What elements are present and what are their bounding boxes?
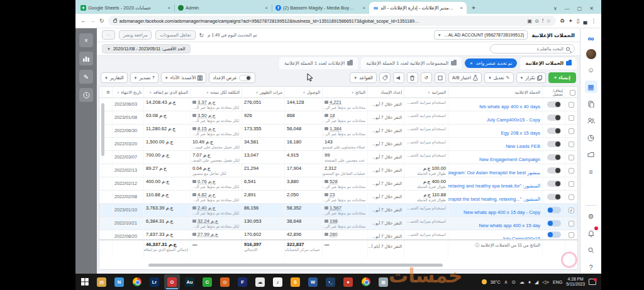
browser-tab[interactable]: ∞مدير الإعلانات - إدارة الإعلانات - الد…… [369, 2, 467, 14]
start-button[interactable] [78, 275, 92, 289]
audiences-icon[interactable] [585, 114, 597, 127]
campaign-toggle[interactable] [547, 194, 561, 200]
campaign-toggle[interactable] [547, 220, 561, 226]
export-button[interactable]: ⤒ تصدير ▼ [130, 72, 158, 83]
extension-a-icon[interactable]: ♻ [560, 18, 565, 24]
taskbar-file-explorer-icon[interactable]: ▤ [94, 274, 109, 289]
campaign-name-link[interactable]: المنشور: "a relaxing and healthy spa bre… [448, 183, 540, 189]
notifications-bell-icon[interactable] [585, 227, 597, 240]
date-range-picker[interactable]: الحد الأقصى: 2023/05/11 - 2020/11/08 ▼ [102, 44, 191, 53]
taskbar-filmora-icon[interactable]: F [235, 274, 250, 289]
taskbar-opera-icon[interactable]: O [164, 274, 180, 289]
cost-value[interactable]: 0.76 ج.م [192, 179, 240, 184]
taskbar-chrome-2-icon[interactable] [358, 274, 374, 289]
new-tab-button[interactable]: + [469, 4, 478, 13]
duplicate-button[interactable]: تكرار ▼ [516, 72, 546, 83]
setup-toggle-pill[interactable] [239, 75, 252, 81]
view-setup-toggle[interactable]: عرض الإعداد [209, 72, 255, 83]
campaign-toggle[interactable] [547, 231, 561, 238]
zoom-icon[interactable]: ⊝ [535, 18, 539, 24]
review-publish-button[interactable]: مراجعة ونشر [119, 30, 152, 40]
bookmark-star-icon[interactable]: ☆ [547, 18, 551, 24]
campaign-name-link[interactable]: New Engagement Campaign [479, 157, 540, 162]
campaign-toggle[interactable] [547, 154, 561, 160]
row-checkbox[interactable]: ✓ [569, 208, 574, 213]
tag-button[interactable] [379, 72, 391, 83]
share-icon[interactable]: ⤴ [541, 18, 544, 24]
tab-close-icon[interactable]: × [167, 5, 170, 11]
maximize-icon[interactable]: ▢ [577, 6, 582, 11]
settings-gear-icon[interactable]: ⚙ [585, 210, 597, 223]
cost-value[interactable]: 32.24 ج.م [192, 218, 240, 224]
taskbar-recorder-icon[interactable]: ● [340, 274, 356, 289]
assets-folder-icon[interactable] [585, 148, 597, 161]
cost-value[interactable]: 8.15 ج.م [192, 126, 240, 131]
campaign-name-link[interactable]: New whats app 400 x 15 day - Copy [464, 209, 540, 215]
cost-value[interactable]: 3.37 ج.م [192, 99, 240, 105]
cost-value[interactable]: 4.82 ج.م [192, 192, 240, 198]
campaign-toggle[interactable] [547, 181, 561, 187]
tab-close-icon[interactable]: × [460, 5, 463, 11]
edit-pencil-icon[interactable]: ✎ [79, 70, 93, 84]
tray-network-icon[interactable]: ◢ [535, 279, 538, 285]
header-budget[interactable]: الميزانية▼ [404, 87, 448, 98]
taskbar-lightroom-icon[interactable]: Lr [147, 274, 162, 289]
results-value[interactable]: 528 [325, 179, 365, 184]
tab-close-icon[interactable]: × [362, 5, 365, 11]
weather-temp[interactable]: 36°C [491, 280, 501, 284]
search-box[interactable] [490, 44, 575, 53]
charts-icon[interactable] [79, 52, 93, 65]
tray-volume-muted-icon[interactable]: ◁× [542, 279, 549, 285]
header-campaign-name[interactable]: الحملة الإعلانية [448, 87, 542, 98]
meta-logo-icon[interactable]: ∞ [585, 32, 597, 45]
results-value[interactable]: 1,384 [325, 126, 365, 131]
tab-ads[interactable]: الإعلانات لعدد 1 الحملة الإعلانية [279, 57, 358, 69]
row-checkbox[interactable] [569, 168, 574, 174]
row-checkbox[interactable] [569, 221, 574, 226]
row-checkbox[interactable] [569, 155, 574, 160]
ab-test-button[interactable]: اختبار A/B [448, 72, 482, 83]
reports-button[interactable]: التقارير ▼ [101, 72, 128, 83]
header-cost-per-result[interactable]: التكلفة لكل نتيجة▼ [190, 87, 242, 98]
header-settings-gear-icon[interactable]: ⚙ [102, 87, 112, 98]
row-checkbox[interactable] [569, 115, 574, 121]
columns-button[interactable]: الأعمدة: الأداء ▼ [161, 72, 207, 83]
history-clock-icon[interactable] [79, 88, 93, 102]
campaign-name-link[interactable]: feb whats app 400 x 40 days [479, 104, 540, 109]
close-panel-icon[interactable]: × [79, 33, 93, 47]
tab-search-icon[interactable]: ∨ [553, 6, 557, 11]
taskbar-word-icon[interactable]: W [305, 274, 321, 289]
campaign-toggle[interactable] [547, 101, 561, 108]
campaign-toggle[interactable] [547, 128, 561, 134]
taskbar-sublime-icon[interactable]: S [287, 274, 303, 289]
clear-selection-icon[interactable]: × [470, 60, 473, 66]
results-value[interactable]: 23 [325, 192, 365, 198]
browser-tab[interactable]: f(2) Bassem Magdy - Media Buy…× [272, 2, 369, 14]
campaigns-grid-icon[interactable]: ▦ [585, 81, 597, 93]
refresh-icon[interactable]: ↻ [199, 32, 204, 38]
pages-icon[interactable] [585, 98, 597, 110]
help-icon[interactable]: ? [585, 261, 597, 274]
taskbar-camtasia-icon[interactable]: C [199, 274, 215, 289]
discard-drafts-button[interactable]: تجاهل المسودات [155, 30, 195, 40]
header-end-date[interactable]: تاريخ الانتهاء▼ [112, 87, 143, 98]
search-icon[interactable] [585, 244, 597, 257]
campaign-name-link[interactable]: Egy 20$ x 15 days [501, 130, 540, 136]
taskbar-notepad-icon[interactable]: N [111, 274, 127, 289]
sidepanel-icon[interactable]: ▣ [528, 18, 533, 24]
row-checkbox[interactable] [569, 194, 574, 200]
row-checkbox[interactable] [569, 102, 574, 108]
row-checkbox[interactable] [569, 181, 574, 187]
header-results[interactable]: النتائج▼ [322, 87, 367, 98]
campaign-toggle[interactable] [547, 114, 561, 121]
cost-value[interactable]: 27.99 ج.م [192, 231, 240, 237]
header-attribution[interactable]: إعداد الإسناد [367, 87, 404, 98]
results-value[interactable]: 4,221 [325, 99, 365, 105]
browser-menu-icon[interactable]: ⋮ [591, 18, 597, 24]
account-selector[interactable]: ▼ …AL AD ACCOUNT (956278728199512) [434, 30, 528, 40]
pin-button[interactable] [435, 72, 446, 83]
campaign-toggle[interactable] [547, 141, 561, 147]
results-value[interactable]: 1,567 [325, 205, 365, 211]
insights-pie-icon[interactable] [585, 131, 597, 144]
campaign-toggle[interactable] [547, 167, 561, 174]
